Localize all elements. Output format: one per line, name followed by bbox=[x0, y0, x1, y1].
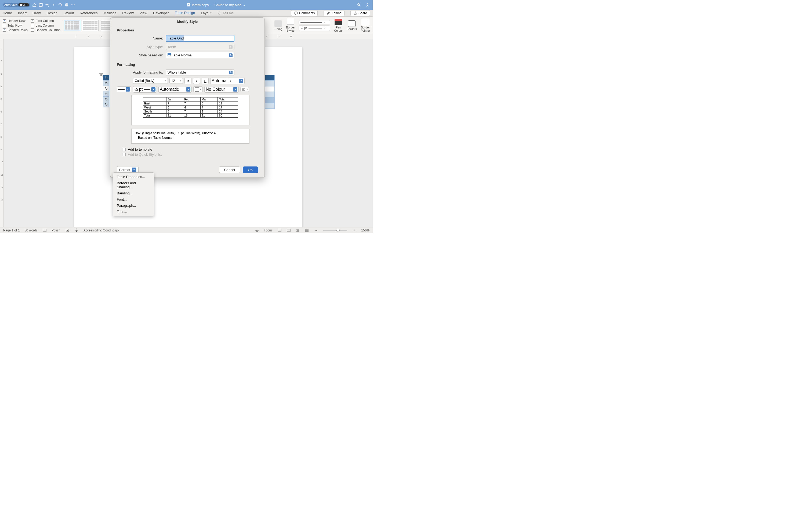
tab-design[interactable]: Design bbox=[47, 10, 57, 16]
dialog-title: Modify Style bbox=[111, 18, 264, 26]
check-banded-rows[interactable]: Banded Rows bbox=[3, 28, 28, 32]
name-input[interactable] bbox=[166, 35, 234, 42]
shading-button[interactable]: ...ding bbox=[274, 20, 282, 31]
content-table[interactable]: lo lo lo lo lo lo bbox=[103, 75, 109, 108]
svg-rect-13 bbox=[294, 12, 298, 14]
menu-banding[interactable]: Banding... bbox=[113, 190, 154, 196]
zoom-slider[interactable] bbox=[323, 230, 347, 231]
ribbon-toggle-icon[interactable] bbox=[365, 3, 370, 7]
print-icon[interactable] bbox=[65, 3, 69, 7]
cancel-button[interactable]: Cancel bbox=[219, 166, 240, 173]
undo-icon[interactable] bbox=[45, 3, 49, 7]
tab-references[interactable]: References bbox=[80, 10, 97, 16]
ok-button[interactable]: OK bbox=[243, 166, 258, 173]
check-total-row[interactable]: Total Row bbox=[3, 24, 28, 28]
home-icon[interactable] bbox=[32, 3, 37, 7]
save-icon[interactable] bbox=[39, 3, 43, 7]
ruler-vertical[interactable]: 12345678910111213 bbox=[0, 39, 4, 227]
spellcheck-icon[interactable] bbox=[42, 228, 47, 232]
table-style-2[interactable] bbox=[82, 20, 98, 31]
tab-developer[interactable]: Developer bbox=[153, 10, 169, 16]
line-color-combo[interactable]: Automatic▾ bbox=[159, 86, 192, 93]
tab-view[interactable]: View bbox=[140, 10, 147, 16]
table-style-1[interactable] bbox=[63, 20, 80, 31]
border-painter-button[interactable]: Border Painter bbox=[360, 19, 370, 32]
view-print-icon[interactable] bbox=[277, 228, 282, 232]
line-style-combo[interactable]: ▾ bbox=[117, 86, 131, 92]
font-name-combo[interactable]: Calibri (Body)▾ bbox=[133, 78, 168, 84]
line-weight-combo[interactable]: ½ pt▾ bbox=[133, 86, 157, 93]
share-button[interactable]: Share bbox=[350, 10, 370, 16]
svg-point-22 bbox=[256, 230, 258, 231]
menu-tabs[interactable]: Tabs... bbox=[113, 209, 154, 215]
underline-button[interactable]: U bbox=[202, 78, 209, 84]
apply-to-label: Apply formatting to: bbox=[117, 70, 163, 74]
style-description: Box: (Single solid line, Auto, 0,5 pt Li… bbox=[131, 129, 250, 144]
sb-page[interactable]: Page 1 of 1 bbox=[3, 228, 19, 232]
menu-font[interactable]: Font... bbox=[113, 196, 154, 203]
border-styles-button[interactable]: Border Styles bbox=[286, 19, 295, 32]
font-color-combo[interactable]: Automatic▾ bbox=[210, 78, 245, 84]
bold-button[interactable]: B bbox=[184, 78, 191, 84]
pen-weight-dropdown[interactable]: ½ pt▾ bbox=[299, 26, 330, 31]
sb-accessibility[interactable]: Accessibility: Good to go bbox=[84, 228, 119, 232]
sb-zoom[interactable]: 156% bbox=[361, 228, 370, 232]
comments-button[interactable]: Comments bbox=[291, 10, 318, 16]
macro-record-icon[interactable] bbox=[65, 228, 70, 232]
borders-preset-combo[interactable]: ▾ bbox=[193, 86, 203, 92]
title-dropdown-icon[interactable]: ⌄ bbox=[243, 3, 245, 6]
view-draft-icon[interactable] bbox=[305, 228, 309, 232]
editing-button[interactable]: Editing bbox=[324, 10, 344, 16]
more-icon[interactable]: ••• bbox=[71, 3, 75, 7]
table-anchor-handle[interactable]: ✥ bbox=[99, 73, 103, 77]
sb-focus[interactable]: Focus bbox=[264, 228, 273, 232]
zoom-in-icon[interactable]: + bbox=[352, 228, 356, 232]
svg-point-20 bbox=[76, 229, 77, 230]
fill-color-combo[interactable]: No Colour▾ bbox=[204, 86, 239, 93]
svg-point-9 bbox=[357, 3, 359, 6]
zoom-out-icon[interactable]: − bbox=[314, 228, 318, 232]
tab-draw[interactable]: Draw bbox=[33, 10, 41, 16]
font-size-combo[interactable]: 12▾ bbox=[169, 78, 183, 84]
apply-to-combo[interactable]: Whole table⇅ bbox=[166, 69, 234, 76]
svg-rect-24 bbox=[287, 229, 290, 232]
check-header-row[interactable]: Header Row bbox=[3, 19, 28, 23]
check-last-column[interactable]: Last Column bbox=[31, 24, 60, 28]
italic-button[interactable]: I bbox=[193, 78, 200, 84]
tab-review[interactable]: Review bbox=[122, 10, 134, 16]
tab-table-design[interactable]: Table Design bbox=[175, 10, 195, 16]
undo-dropdown-icon[interactable]: ▾ bbox=[51, 3, 56, 7]
content-table-right-peek bbox=[265, 75, 275, 109]
view-web-icon[interactable] bbox=[287, 228, 291, 232]
tab-home[interactable]: Home bbox=[3, 10, 12, 16]
view-outline-icon[interactable] bbox=[296, 228, 300, 232]
table-styles-gallery bbox=[63, 20, 117, 31]
pen-colour-button[interactable]: Pen Colour bbox=[334, 19, 343, 32]
borders-button[interactable]: Borders bbox=[347, 20, 357, 31]
svg-rect-17 bbox=[43, 229, 46, 232]
focus-icon[interactable] bbox=[255, 228, 259, 232]
tab-insert[interactable]: Insert bbox=[18, 10, 27, 16]
document-title: lorem copy — Saved to my Mac bbox=[192, 3, 242, 7]
autosave-toggle[interactable]: AutoSave OFF bbox=[3, 3, 30, 7]
check-banded-columns[interactable]: Banded Columns bbox=[31, 28, 60, 32]
check-first-column[interactable]: First Column bbox=[31, 19, 60, 23]
properties-heading: Properties bbox=[117, 28, 258, 32]
menu-borders-shading[interactable]: Borders and Shading... bbox=[113, 180, 154, 190]
redo-icon[interactable] bbox=[58, 3, 62, 7]
align-combo[interactable]: ▾ bbox=[240, 87, 249, 92]
tab-layout[interactable]: Layout bbox=[63, 10, 74, 16]
search-icon[interactable] bbox=[356, 3, 361, 7]
pen-style-dropdown[interactable]: ▾ bbox=[299, 20, 330, 25]
menu-paragraph[interactable]: Paragraph... bbox=[113, 203, 154, 209]
menu-table-properties[interactable]: Table Properties... bbox=[113, 174, 154, 180]
tab-mailings[interactable]: Mailings bbox=[104, 10, 117, 16]
tell-me-label: Tell me bbox=[223, 11, 233, 15]
sb-language[interactable]: Polish bbox=[51, 228, 60, 232]
tell-me[interactable]: Tell me bbox=[217, 11, 233, 15]
check-add-template[interactable]: Add to template bbox=[122, 147, 258, 152]
sb-words[interactable]: 30 words bbox=[25, 228, 38, 232]
formatting-heading: Formatting bbox=[117, 62, 258, 67]
style-based-combo[interactable]: Table Normal⇅ bbox=[166, 52, 234, 58]
tab-layout-2[interactable]: Layout bbox=[201, 10, 211, 16]
